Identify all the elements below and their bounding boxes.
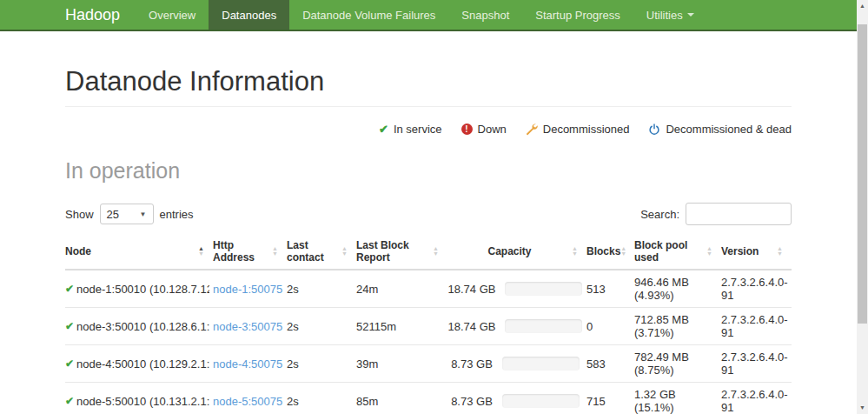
nav-item-overview[interactable]: Overview xyxy=(136,0,209,30)
version: 2.7.3.2.6.4.0-91 xyxy=(721,351,788,377)
blocks-count: 583 xyxy=(586,357,606,371)
legend-down: ! Down xyxy=(461,123,507,136)
capacity-value: 18.74 GB xyxy=(448,320,496,333)
wrench-icon xyxy=(526,124,538,136)
status-legend: ✔ In service ! Down Decommissioned Decom… xyxy=(65,123,792,136)
search-control: Search: xyxy=(640,203,792,225)
entries-select[interactable]: 25 ▼ xyxy=(100,204,154,224)
check-icon: ✔ xyxy=(379,123,388,136)
column-header-http-address[interactable]: Http Address ▲▼ xyxy=(213,236,287,270)
capacity-progress-bar xyxy=(505,282,582,296)
block-pool-used: 946.46 MB (4.93%) xyxy=(634,276,689,302)
column-header-last-contact[interactable]: Last contact ▲▼ xyxy=(287,236,356,270)
check-icon: ✔ xyxy=(65,320,74,332)
nav-item-utilities[interactable]: Utilities xyxy=(633,0,707,30)
scroll-up-arrow-icon[interactable]: ▲ xyxy=(857,2,868,10)
last-contact: 2s xyxy=(287,283,299,296)
block-pool-used: 1.32 GB (15.1%) xyxy=(634,388,676,414)
last-contact: 2s xyxy=(287,395,299,408)
sort-icon: ▲▼ xyxy=(572,246,578,257)
scrollbar-thumb[interactable] xyxy=(858,24,867,324)
http-address-link[interactable]: node-3:50075 xyxy=(213,320,282,333)
last-contact: 2s xyxy=(287,357,299,371)
column-header-blocks[interactable]: Blocks ▲▼ xyxy=(586,236,634,270)
nav-item-datanodes[interactable]: Datanodes xyxy=(209,0,289,30)
version: 2.7.3.2.6.4.0-91 xyxy=(721,276,788,302)
legend-label: Down xyxy=(478,123,507,136)
table-controls: Show 25 ▼ entries Search: xyxy=(65,203,792,225)
legend-decommissioned: Decommissioned xyxy=(526,123,630,136)
sort-asc-icon: ▲▼ xyxy=(198,246,204,257)
version: 2.7.3.2.6.4.0-91 xyxy=(721,313,788,339)
capacity-value: 8.73 GB xyxy=(451,357,493,371)
table-row: ✔node-1:50010 (10.128.7.122:50010) node-… xyxy=(65,270,792,308)
sort-icon: ▲▼ xyxy=(272,246,278,257)
block-pool-used: 712.85 MB (3.71%) xyxy=(634,313,689,339)
power-icon xyxy=(648,124,660,136)
table-row: ✔node-3:50010 (10.128.6.1:50010) node-3:… xyxy=(65,308,792,345)
column-header-version[interactable]: Version ▲▼ xyxy=(721,236,792,270)
node-name: node-4:50010 (10.129.2.1:50010) xyxy=(76,357,209,371)
blocks-count: 0 xyxy=(586,320,593,333)
nav-item-label: Overview xyxy=(149,9,195,22)
column-header-last-block-report[interactable]: Last Block Report ▲▼ xyxy=(356,236,447,270)
search-label: Search: xyxy=(640,208,679,221)
last-block-report: 52115m xyxy=(356,320,396,333)
legend-label: Decommissioned & dead xyxy=(666,123,792,136)
navbar: Hadoop Overview Datanodes Datanode Volum… xyxy=(0,0,857,31)
sort-icon: ▲▼ xyxy=(620,246,626,257)
table-row: ✔node-5:50010 (10.131.2.1:50010) node-5:… xyxy=(65,383,792,414)
check-icon: ✔ xyxy=(65,357,74,370)
entries-label: entries xyxy=(160,208,194,221)
capacity-value: 18.74 GB xyxy=(448,283,496,296)
legend-label: Decommissioned xyxy=(543,123,630,136)
last-block-report: 39m xyxy=(356,357,378,371)
table-header-row: Node ▲▼ Http Address ▲▼ Last contact ▲▼ … xyxy=(65,236,792,270)
table-row: ✔node-4:50010 (10.129.2.1:50010) node-4:… xyxy=(65,345,792,383)
search-input[interactable] xyxy=(686,203,792,225)
nav-item-label: Datanodes xyxy=(222,9,276,22)
nav-item-datanode-volume-failures[interactable]: Datanode Volume Failures xyxy=(289,0,448,30)
last-block-report: 24m xyxy=(356,283,378,296)
nav-item-label: Snapshot xyxy=(461,9,509,22)
brand-hadoop[interactable]: Hadoop xyxy=(0,0,136,30)
column-header-node[interactable]: Node ▲▼ xyxy=(65,236,213,270)
nav-item-snapshot[interactable]: Snapshot xyxy=(448,0,522,30)
blocks-count: 513 xyxy=(586,283,606,296)
nav-item-startup-progress[interactable]: Startup Progress xyxy=(522,0,633,30)
sort-icon: ▲▼ xyxy=(433,246,439,257)
column-header-capacity[interactable]: Capacity ▲▼ xyxy=(447,236,586,270)
nav-item-label: Datanode Volume Failures xyxy=(302,9,435,22)
nav-item-label: Startup Progress xyxy=(535,9,620,22)
chevron-down-icon: ▼ xyxy=(140,210,147,218)
sort-icon: ▲▼ xyxy=(777,246,783,257)
column-header-block-pool-used[interactable]: Block pool used ▲▼ xyxy=(634,236,721,270)
node-name: node-5:50010 (10.131.2.1:50010) xyxy=(76,395,209,408)
http-address-link[interactable]: node-4:50075 xyxy=(213,357,282,371)
entries-select-value: 25 xyxy=(107,208,119,221)
node-name: node-3:50010 (10.128.6.1:50010) xyxy=(76,320,209,333)
capacity-progress-bar xyxy=(502,357,580,371)
blocks-count: 715 xyxy=(586,395,606,408)
sort-icon: ▲▼ xyxy=(341,246,348,257)
http-address-link[interactable]: node-1:50075 xyxy=(213,283,282,296)
page-title: Datanode Information xyxy=(65,66,792,97)
nav-item-label: Utilities xyxy=(646,9,683,22)
block-pool-used: 782.49 MB (8.75%) xyxy=(634,351,689,377)
capacity-value: 8.73 GB xyxy=(451,395,493,408)
last-contact: 2s xyxy=(287,320,299,333)
scroll-down-arrow-icon[interactable]: ▼ xyxy=(857,404,868,412)
show-entries-control: Show 25 ▼ entries xyxy=(65,204,194,224)
exclamation-icon: ! xyxy=(461,124,473,135)
main-content: Datanode Information ✔ In service ! Down… xyxy=(65,66,792,414)
capacity-progress-bar xyxy=(502,394,580,408)
last-block-report: 85m xyxy=(356,395,378,408)
http-address-link[interactable]: node-5:50075 xyxy=(213,395,282,408)
show-label: Show xyxy=(65,208,94,221)
sort-icon: ▲▼ xyxy=(706,246,712,257)
datanodes-table: Node ▲▼ Http Address ▲▼ Last contact ▲▼ … xyxy=(65,236,792,414)
legend-label: In service xyxy=(394,123,442,136)
vertical-scrollbar[interactable]: ▲ ▼ xyxy=(857,0,868,414)
page: Hadoop Overview Datanodes Datanode Volum… xyxy=(0,0,857,414)
chevron-down-icon xyxy=(687,13,694,17)
